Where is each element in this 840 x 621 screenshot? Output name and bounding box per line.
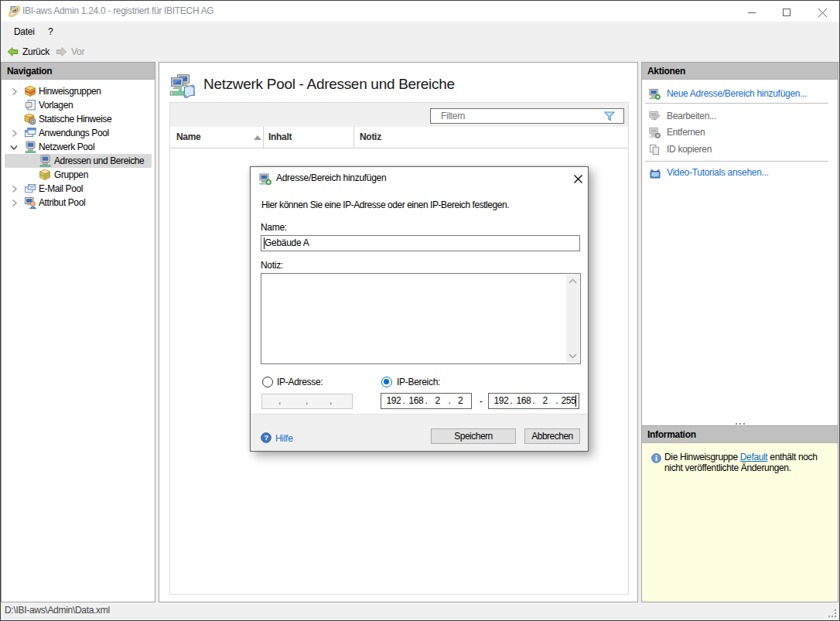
svg-text:?: ? xyxy=(264,433,268,442)
